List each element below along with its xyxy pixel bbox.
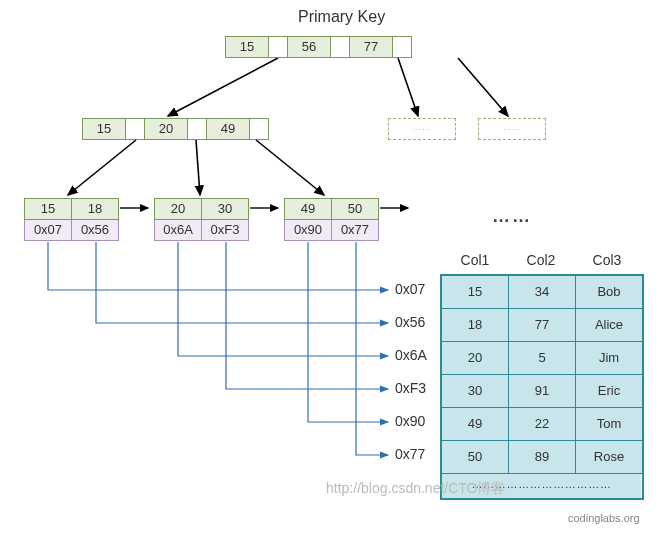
leaf-node: 20 30 0x6A 0xF3 [154,198,249,241]
internal-ptr [126,119,144,139]
table-header-row: Col1 Col2 Col3 [442,252,640,268]
root-key: 15 [226,37,269,57]
leaf-key: 50 [331,198,379,220]
internal-key: 20 [145,119,188,139]
table-cell: Bob [576,276,642,309]
leaf-key: 20 [154,198,201,220]
table-cell: Jim [576,342,642,375]
table-header: Col1 [442,252,508,268]
table-cell: Rose [576,441,642,474]
pointer-label: 0x07 [395,281,425,297]
table-cell: 50 [442,441,509,474]
pointer-label: 0xF3 [395,380,426,396]
leaf-key: 49 [284,198,331,220]
root-ptr [393,37,411,57]
leaf-node: 49 50 0x90 0x77 [284,198,379,241]
svg-line-0 [168,58,278,116]
leaf-pointer: 0x77 [331,220,379,241]
internal-ptr [250,119,268,139]
svg-line-3 [68,140,136,195]
root-ptr [331,37,349,57]
table-row: 30 91 Eric [442,375,642,408]
svg-line-1 [398,58,418,116]
table-cell: Eric [576,375,642,408]
internal-key: 15 [83,119,126,139]
root-node: 15 56 77 [225,36,412,58]
node-placeholder: …… [388,118,456,140]
data-table: 15 34 Bob 18 77 Alice 20 5 Jim 30 91 Eri… [440,274,644,500]
svg-line-4 [196,140,200,195]
internal-key: 49 [207,119,250,139]
leaf-key: 18 [71,198,119,220]
leaf-node: 15 18 0x07 0x56 [24,198,119,241]
leaf-pointer: 0x6A [154,220,201,241]
pointer-label: 0x90 [395,413,425,429]
table-cell: 15 [442,276,509,309]
leaf-pointer: 0xF3 [201,220,249,241]
table-row: 49 22 Tom [442,408,642,441]
table-cell: 49 [442,408,509,441]
table-cell: 77 [509,309,576,342]
table-row: 15 34 Bob [442,276,642,309]
leaf-pointer: 0x90 [284,220,331,241]
pointer-label: 0x56 [395,314,425,330]
root-ptr [269,37,287,57]
pointer-label: 0x77 [395,446,425,462]
table-cell: Tom [576,408,642,441]
leaf-pointer: 0x07 [24,220,71,241]
table-row: 18 77 Alice [442,309,642,342]
watermark: http://blog.csdn.net/CTO博客 [326,480,506,498]
table-cell: 22 [509,408,576,441]
root-key: 56 [288,37,331,57]
leaf-key: 30 [201,198,249,220]
svg-line-2 [458,58,508,116]
table-cell: 30 [442,375,509,408]
ellipsis: …… [492,206,532,227]
diagram-title: Primary Key [298,8,385,26]
table-cell: 34 [509,276,576,309]
table-cell: 91 [509,375,576,408]
internal-node: 15 20 49 [82,118,269,140]
table-row: 50 89 Rose [442,441,642,474]
table-row: 20 5 Jim [442,342,642,375]
table-cell: 20 [442,342,509,375]
table-header: Col2 [508,252,574,268]
leaf-pointer: 0x56 [71,220,119,241]
svg-line-5 [256,140,324,195]
pointer-label: 0x6A [395,347,427,363]
table-cell: Alice [576,309,642,342]
internal-ptr [188,119,206,139]
citation: codinglabs.org [568,512,640,524]
root-key: 77 [350,37,393,57]
table-header: Col3 [574,252,640,268]
table-cell: 89 [509,441,576,474]
leaf-key: 15 [24,198,71,220]
table-cell: 5 [509,342,576,375]
node-placeholder: …… [478,118,546,140]
table-cell: 18 [442,309,509,342]
